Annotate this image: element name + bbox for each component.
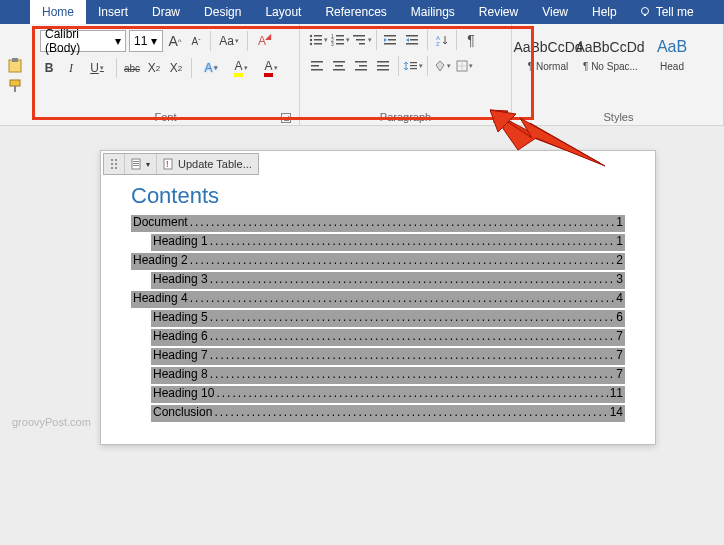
tab-design[interactable]: Design <box>192 0 253 24</box>
line-spacing-button[interactable]: ▾ <box>403 57 423 75</box>
tab-insert[interactable]: Insert <box>86 0 140 24</box>
svg-rect-13 <box>336 35 344 37</box>
multilevel-list-button[interactable]: ▾ <box>352 31 372 49</box>
svg-rect-38 <box>377 61 389 63</box>
toc-leader: ........................................… <box>190 253 615 267</box>
sort-button[interactable]: AZ <box>432 31 452 49</box>
toc-leader: ........................................… <box>190 291 615 305</box>
format-painter-icon[interactable] <box>6 78 26 94</box>
table-of-contents: Contents Document.......................… <box>101 177 655 444</box>
font-group-label: Font <box>40 109 291 125</box>
align-right-button[interactable] <box>352 57 372 75</box>
svg-point-50 <box>111 163 113 165</box>
tab-view[interactable]: View <box>530 0 580 24</box>
justify-button[interactable] <box>374 57 394 75</box>
clear-formatting-button[interactable]: A◢ <box>253 32 271 50</box>
toc-entry[interactable]: Heading 1...............................… <box>151 234 625 251</box>
toc-leader: ........................................… <box>210 329 615 343</box>
document-page[interactable]: ▾ !Update Table... Contents Document....… <box>100 150 656 445</box>
increase-indent-button[interactable] <box>403 31 423 49</box>
toc-entry[interactable]: Document................................… <box>131 215 625 232</box>
toc-entry-text: Heading 6 <box>153 329 208 343</box>
toc-entry[interactable]: Conclusion..............................… <box>151 405 625 422</box>
align-left-button[interactable] <box>308 57 328 75</box>
toc-entry-page: 7 <box>616 348 623 362</box>
font-dialog-launcher[interactable] <box>281 113 291 123</box>
svg-rect-42 <box>410 65 417 66</box>
paste-icon[interactable] <box>6 58 26 74</box>
svg-text:Z: Z <box>436 41 440 46</box>
svg-rect-33 <box>335 65 343 67</box>
highlight-button[interactable]: A▾ <box>228 59 254 77</box>
numbering-button[interactable]: 123▾ <box>330 31 350 49</box>
tab-mailings[interactable]: Mailings <box>399 0 467 24</box>
svg-rect-32 <box>333 61 345 63</box>
svg-rect-56 <box>133 163 139 164</box>
svg-rect-35 <box>355 61 367 63</box>
bold-button[interactable]: B <box>40 59 58 77</box>
svg-rect-21 <box>384 35 396 37</box>
font-name-combo[interactable]: Calibri (Body)▾ <box>40 30 126 52</box>
style-normal[interactable]: AaBbCcDd¶ Normal <box>518 30 578 82</box>
shading-button[interactable]: ▾ <box>432 57 452 75</box>
toc-handle-button[interactable] <box>104 154 125 174</box>
toc-entry-page: 14 <box>610 405 623 419</box>
svg-rect-29 <box>311 61 323 63</box>
style-sample: AaBbCcDd <box>583 33 637 61</box>
toc-entry-page: 3 <box>616 272 623 286</box>
change-case-button[interactable]: Aa▾ <box>216 32 242 50</box>
style-name: ¶ No Spac... <box>583 61 637 72</box>
toc-entry[interactable]: Heading 7...............................… <box>151 348 625 365</box>
align-center-button[interactable] <box>330 57 350 75</box>
paragraph-group: ▾ 123▾ ▾ AZ ¶ ▾ <box>300 24 512 125</box>
toc-menu-button[interactable]: ▾ <box>125 154 157 174</box>
tab-home[interactable]: Home <box>30 0 86 24</box>
bullets-button[interactable]: ▾ <box>308 31 328 49</box>
update-table-button[interactable]: !Update Table... <box>157 154 258 174</box>
font-size-combo[interactable]: 11▾ <box>129 30 163 52</box>
svg-point-53 <box>115 167 117 169</box>
borders-button[interactable]: ▾ <box>454 57 474 75</box>
toc-entry[interactable]: Heading 2...............................… <box>131 253 625 270</box>
tab-references[interactable]: References <box>313 0 398 24</box>
svg-rect-17 <box>336 43 344 45</box>
svg-rect-20 <box>359 43 365 45</box>
paragraph-dialog-launcher[interactable] <box>493 113 503 123</box>
style-head[interactable]: AaBHead <box>642 30 702 82</box>
tab-layout[interactable]: Layout <box>253 0 313 24</box>
toc-entry[interactable]: Heading 5...............................… <box>151 310 625 327</box>
style-nospac[interactable]: AaBbCcDd¶ No Spac... <box>580 30 640 82</box>
tab-draw[interactable]: Draw <box>140 0 192 24</box>
font-color-button[interactable]: A▾ <box>258 59 284 77</box>
svg-rect-41 <box>410 62 417 63</box>
subscript-button[interactable]: X2 <box>145 59 163 77</box>
toc-entry[interactable]: Heading 8...............................… <box>151 367 625 384</box>
shrink-font-button[interactable]: Aˇ <box>187 32 205 50</box>
toc-entry[interactable]: Heading 6...............................… <box>151 329 625 346</box>
styles-group: AaBbCcDd¶ NormalAaBbCcDd¶ No Spac...AaBH… <box>512 24 724 125</box>
superscript-button[interactable]: X2 <box>167 59 185 77</box>
underline-button[interactable]: U▾ <box>84 59 110 77</box>
style-sample: AaB <box>645 33 699 61</box>
italic-button[interactable]: I <box>62 59 80 77</box>
tab-help[interactable]: Help <box>580 0 629 24</box>
bulb-icon <box>639 6 651 18</box>
chevron-down-icon: ▾ <box>115 34 121 48</box>
svg-rect-36 <box>359 65 367 67</box>
svg-rect-3 <box>12 58 18 62</box>
ribbon-tabs: HomeInsertDrawDesignLayoutReferencesMail… <box>0 0 724 24</box>
toc-entry[interactable]: Heading 10..............................… <box>151 386 625 403</box>
style-name: ¶ Normal <box>521 61 575 72</box>
toc-title[interactable]: Contents <box>131 183 625 209</box>
grow-font-button[interactable]: A^ <box>166 32 184 50</box>
decrease-indent-button[interactable] <box>381 31 401 49</box>
toc-entry[interactable]: Heading 3...............................… <box>151 272 625 289</box>
show-marks-button[interactable]: ¶ <box>461 31 481 49</box>
tell-me[interactable]: Tell me <box>629 0 704 24</box>
strikethrough-button[interactable]: abc <box>123 59 141 77</box>
text-effects-button[interactable]: A▾ <box>198 59 224 77</box>
tab-review[interactable]: Review <box>467 0 530 24</box>
toc-leader: ........................................… <box>210 367 615 381</box>
toc-entry[interactable]: Heading 4...............................… <box>131 291 625 308</box>
toc-entry-page: 4 <box>616 291 623 305</box>
